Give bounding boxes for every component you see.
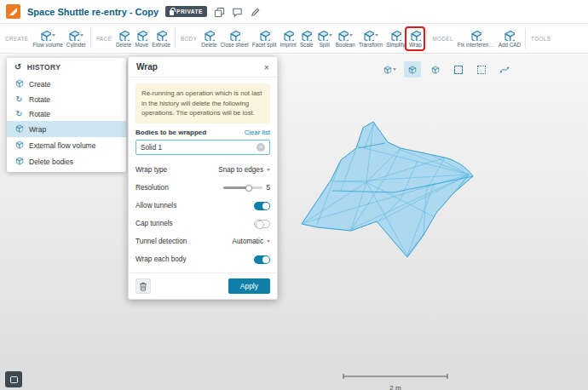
app-window: Space Shuttle re-entry - Copy PRIVATE CR…: [0, 0, 588, 390]
help-widget[interactable]: [5, 371, 22, 387]
allow-tunnels-toggle[interactable]: [254, 202, 270, 210]
shaded-view-button[interactable]: [404, 61, 421, 77]
fix-interferences-icon: [470, 30, 481, 41]
scale-bar: 2 m: [343, 368, 448, 390]
tool-imprint[interactable]: Imprint: [279, 28, 298, 49]
tool-split[interactable]: Split: [315, 28, 334, 49]
dialog-footer: Apply: [129, 272, 277, 299]
simplify-icon: [390, 30, 401, 41]
tool-boolean[interactable]: Boolean: [334, 28, 357, 49]
tool-scale[interactable]: Scale: [298, 28, 315, 49]
tool-fix-interferences[interactable]: Fix interferences: [456, 28, 497, 49]
app-logo[interactable]: [6, 4, 20, 19]
toolbar-separator: [525, 28, 526, 49]
group-label-create: CREATE: [5, 36, 28, 42]
rotate-icon: ↻: [14, 95, 24, 104]
private-badge[interactable]: PRIVATE: [165, 6, 207, 17]
tool-body-delete[interactable]: Delete: [199, 28, 218, 49]
tool-move[interactable]: Move: [133, 28, 150, 49]
imprint-icon: [283, 30, 294, 41]
dialog-title: Wrap: [136, 62, 158, 72]
cap-tunnels-toggle[interactable]: [254, 220, 270, 228]
chevron-down-icon: [329, 34, 332, 37]
chevron-down-icon: [375, 34, 378, 37]
wrap-type-row: Wrap type Snap to edges: [135, 161, 270, 179]
chevron-down-icon: [267, 169, 270, 171]
tool-extrude[interactable]: Extrude: [150, 28, 172, 49]
history-item-create[interactable]: Create: [7, 76, 126, 92]
history-item-wrap[interactable]: Wrap: [7, 121, 126, 137]
history-panel: ↺ HISTORY Create ↻ Rotate ↻ Rotate Wrap: [7, 58, 126, 172]
flow-volume-icon: [40, 30, 51, 41]
resolution-row: Resolution 5: [135, 179, 270, 197]
orientation-cube-icon: [383, 66, 392, 74]
split-icon: [317, 30, 328, 41]
comment-icon[interactable]: [232, 6, 243, 17]
wrap-each-body-toggle[interactable]: [254, 255, 270, 264]
tool-flow-volume[interactable]: Flow volume: [31, 28, 64, 49]
tool-simplify[interactable]: Simplify: [384, 28, 406, 49]
cylinder-icon: [68, 30, 79, 41]
wrap-each-body-row: Wrap each body: [135, 250, 270, 268]
chevron-down-icon: [349, 34, 353, 37]
history-header: ↺ HISTORY: [7, 58, 126, 76]
tool-add-cad[interactable]: Add CAD: [497, 28, 522, 49]
history-item-external-flow-volume[interactable]: External flow volume: [7, 137, 126, 153]
wrap-icon: [14, 124, 24, 135]
dialog-header: Wrap ×: [129, 57, 277, 77]
tunnel-detection-select[interactable]: Automatic: [233, 238, 270, 245]
scale-bar-line: [343, 373, 448, 380]
history-item-rotate-2[interactable]: ↻ Rotate: [7, 106, 126, 121]
history-item-delete-bodies[interactable]: Delete bodies: [7, 153, 126, 169]
group-label-face: FACE: [96, 36, 112, 42]
selected-body-name: Solid 1: [141, 144, 162, 152]
delete-body-icon: [204, 30, 215, 41]
header-bar: Space Shuttle re-entry - Copy PRIVATE: [0, 0, 588, 24]
flow-volume-icon: [14, 141, 24, 151]
wrap-icon: [410, 30, 421, 41]
close-icon[interactable]: ×: [264, 63, 269, 72]
clear-list-link[interactable]: Clear list: [245, 129, 270, 136]
tool-facet-split[interactable]: Facet split: [251, 28, 279, 49]
resolution-slider[interactable]: [223, 186, 262, 189]
probe-icon: [499, 65, 510, 75]
resolution-value: 5: [266, 184, 270, 192]
selected-body-chip[interactable]: Solid 1 ×: [135, 140, 270, 155]
history-icon: ↺: [14, 64, 22, 71]
history-item-rotate-1[interactable]: ↻ Rotate: [7, 92, 126, 106]
delete-bodies-icon: [14, 157, 24, 167]
viewport-toolbar: [381, 61, 513, 77]
tool-face-delete[interactable]: Delete: [114, 28, 133, 49]
rotate-icon: ↻: [14, 110, 24, 118]
wireframe-view-button[interactable]: [427, 61, 444, 77]
toolbar-separator: [90, 28, 91, 49]
move-icon: [136, 30, 147, 41]
wrap-dialog: Wrap × Re-running an operation which is …: [128, 56, 278, 300]
remove-body-icon[interactable]: ×: [257, 143, 265, 152]
wrap-type-select[interactable]: Snap to edges: [218, 166, 270, 174]
apply-button[interactable]: Apply: [228, 278, 270, 294]
box-select-button[interactable]: [450, 61, 467, 77]
main-toolbar: CREATE Flow volume Cylinder FACE Delete …: [0, 24, 588, 54]
tool-transform[interactable]: Transform: [357, 28, 384, 49]
orientation-cube-button[interactable]: [381, 61, 398, 77]
trash-icon: [139, 282, 147, 291]
lasso-select-button[interactable]: [473, 61, 490, 77]
group-label-tools: TOOLS: [531, 36, 551, 42]
probe-button[interactable]: [496, 61, 513, 77]
slider-knob[interactable]: [245, 185, 252, 192]
project-title: Space Shuttle re-entry - Copy: [27, 7, 159, 17]
share-icon[interactable]: [214, 6, 225, 17]
tool-wrap[interactable]: Wrap: [406, 28, 424, 49]
close-sheet-icon: [229, 30, 240, 41]
delete-operation-button[interactable]: [135, 278, 151, 294]
tool-close-sheet[interactable]: Close sheet: [219, 28, 251, 49]
edit-icon[interactable]: [250, 6, 261, 17]
allow-tunnels-row: Allow tunnels: [135, 197, 270, 215]
scale-label: 2 m: [343, 384, 448, 390]
box-select-icon: [454, 66, 463, 74]
chevron-down-icon: [393, 68, 396, 71]
add-cad-icon: [504, 30, 515, 41]
chevron-down-icon: [80, 34, 84, 37]
tool-cylinder[interactable]: Cylinder: [65, 28, 88, 49]
